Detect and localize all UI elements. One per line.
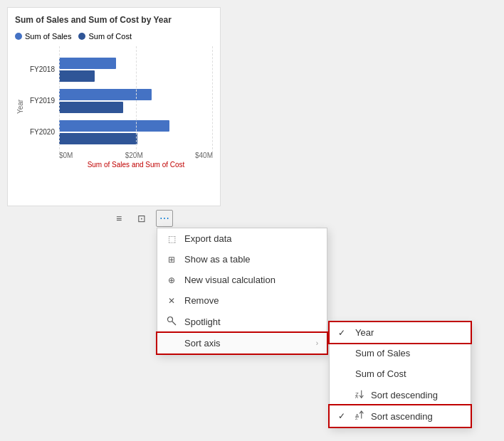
menu-item-remove[interactable]: ✕ Remove [157, 290, 327, 311]
menu-item-spotlight[interactable]: Spotlight [157, 311, 327, 333]
expand-button[interactable]: ⊡ [133, 210, 150, 227]
legend-cost-label: Sum of Cost [88, 32, 132, 41]
svg-text:Z: Z [355, 415, 358, 420]
x-label-40m: $40M [195, 152, 213, 159]
remove-label: Remove [184, 295, 318, 306]
chart-container: Sum of Sales and Sum of Cost by Year Sum… [7, 7, 221, 206]
submenu-item-sum-sales[interactable]: Sum of Sales [330, 343, 471, 363]
calculation-icon: ⊕ [166, 275, 177, 285]
bar-label-fy2020: FY2020 [26, 128, 59, 136]
bar-group-fy2020: FY2020 [25, 120, 213, 144]
submenu-item-year[interactable]: ✓ Year [330, 322, 471, 343]
chart-area: Year FY2018 FY2019 [15, 46, 213, 167]
spotlight-label: Spotlight [184, 317, 318, 327]
x-label-20m: $20M [125, 152, 143, 159]
filter-icon: ≡ [116, 213, 122, 224]
sum-sales-check-icon [338, 349, 350, 358]
remove-icon: ✕ [166, 296, 177, 306]
menu-item-export[interactable]: ⬚ Export data [157, 228, 327, 249]
sort-desc-label: Sort descending [371, 390, 438, 400]
sort-asc-label: Sort ascending [371, 411, 433, 422]
toolbar: ≡ ⊡ ⋯ [110, 210, 173, 227]
legend-sales-label: Sum of Sales [25, 32, 71, 41]
x-label-0m: $0M [59, 152, 73, 159]
menu-item-sort-axis[interactable]: Sort axis › [157, 333, 327, 354]
svg-point-0 [168, 317, 173, 322]
bar-cost-fy2019 [59, 102, 123, 113]
menu-item-calculation[interactable]: ⊕ New visual calculation [157, 270, 327, 290]
y-axis-label: Year [15, 46, 25, 167]
sort-asc-icon: A Z [355, 410, 365, 422]
bar-group-fy2019: FY2019 [25, 89, 213, 113]
export-icon: ⬚ [166, 234, 177, 244]
sort-desc-icon: Z A [355, 389, 365, 400]
table-label: Show as a table [184, 254, 318, 265]
sales-dot [15, 33, 22, 40]
sort-desc-check-icon [338, 390, 350, 400]
export-label: Export data [184, 233, 318, 244]
sum-cost-check-icon [338, 369, 350, 379]
cost-dot [78, 33, 85, 40]
svg-line-1 [172, 322, 176, 325]
bar-sales-fy2018 [59, 58, 116, 69]
bar-label-fy2019: FY2019 [26, 97, 59, 105]
submenu: ✓ Year Sum of Sales Sum of Cost Z A Sort… [329, 322, 471, 427]
filter-button[interactable]: ≡ [110, 210, 127, 227]
chart-legend: Sum of Sales Sum of Cost [15, 32, 213, 41]
year-label: Year [355, 327, 374, 338]
submenu-item-sort-desc[interactable]: Z A Sort descending [330, 384, 471, 405]
sum-sales-label: Sum of Sales [355, 348, 410, 358]
sort-axis-arrow: › [316, 339, 318, 347]
x-axis-title: Sum of Sales and Sum of Cost [25, 161, 213, 169]
calculation-label: New visual calculation [184, 275, 318, 285]
expand-icon: ⊡ [137, 213, 146, 224]
year-check-icon: ✓ [338, 328, 350, 338]
submenu-item-sum-cost[interactable]: Sum of Cost [330, 363, 471, 384]
bar-cost-fy2020 [59, 133, 137, 144]
legend-cost: Sum of Cost [78, 32, 132, 41]
submenu-item-sort-asc[interactable]: ✓ A Z Sort ascending [330, 405, 471, 427]
legend-sales: Sum of Sales [15, 32, 71, 41]
bar-sales-fy2020 [59, 120, 169, 132]
context-menu: ⬚ Export data ⊞ Show as a table ⊕ New vi… [157, 228, 327, 354]
spotlight-icon [166, 316, 177, 328]
bar-label-fy2018: FY2018 [26, 65, 59, 73]
more-button[interactable]: ⋯ [156, 210, 173, 227]
menu-item-table[interactable]: ⊞ Show as a table [157, 249, 327, 270]
chart-title: Sum of Sales and Sum of Cost by Year [15, 15, 213, 26]
bar-sales-fy2019 [59, 89, 152, 100]
table-icon: ⊞ [166, 255, 177, 265]
sum-cost-label: Sum of Cost [355, 368, 406, 379]
bar-cost-fy2018 [59, 70, 95, 82]
sort-asc-check-icon: ✓ [338, 411, 350, 421]
more-icon: ⋯ [159, 213, 169, 224]
x-axis: $0M $20M $40M [25, 152, 213, 159]
sort-axis-label: Sort axis [184, 338, 309, 349]
bar-group-fy2018: FY2018 [25, 58, 213, 82]
